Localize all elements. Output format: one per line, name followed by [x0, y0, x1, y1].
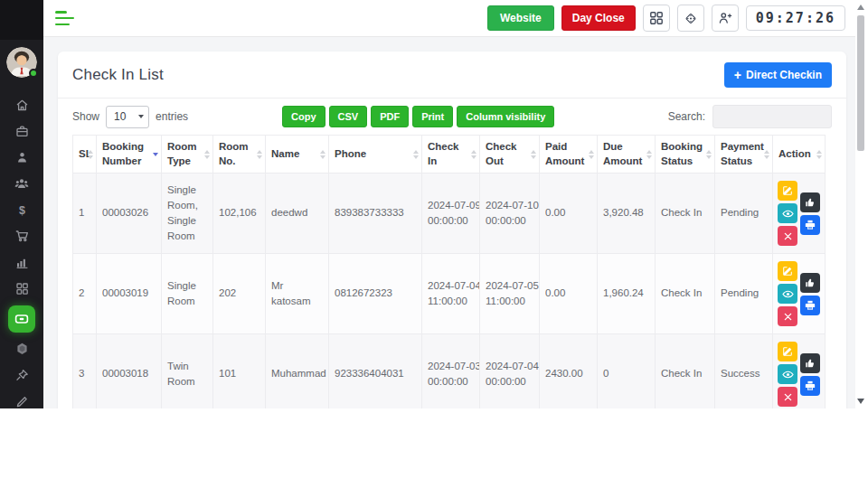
- col-header-name[interactable]: Name: [266, 136, 329, 174]
- sort-icon: [764, 150, 769, 159]
- col-header-check-out[interactable]: Check Out: [480, 136, 540, 174]
- cell-payment-status: Success: [715, 334, 773, 409]
- cell-check-out: 2024-07-1000:00:00: [480, 174, 540, 254]
- eye-icon: [782, 288, 794, 300]
- col-header-paid-amount[interactable]: Paid Amount: [540, 136, 598, 174]
- sidebar-item-user[interactable]: [0, 145, 43, 171]
- csv-button[interactable]: CSV: [329, 106, 368, 127]
- eye-icon: [782, 369, 794, 380]
- sidebar-item-reports[interactable]: [0, 249, 43, 276]
- entries-label: entries: [156, 110, 188, 123]
- checkin-table: SL Booking Number Room Type Room No. Nam…: [72, 135, 826, 408]
- print-button[interactable]: [800, 296, 820, 315]
- page-title: Check In List: [72, 66, 164, 84]
- cell-booking-status: Check In: [656, 174, 715, 254]
- cell-room-no: 102,106: [213, 174, 266, 254]
- show-label: Show: [72, 110, 99, 123]
- copy-button[interactable]: Copy: [282, 106, 326, 127]
- col-header-action[interactable]: Action: [773, 136, 826, 174]
- column-visibility-button[interactable]: Column visibility: [457, 106, 554, 127]
- day-close-button[interactable]: Day Close: [561, 5, 636, 31]
- col-header-due-amount[interactable]: Due Amount: [598, 136, 656, 174]
- cell-check-in: 2024-07-0300:00:00: [422, 334, 480, 409]
- table-row: 2 00003019 Single Room 202 Mr katosam 08…: [73, 254, 826, 334]
- cell-phone: 923336404031: [329, 334, 422, 409]
- cell-action: [773, 254, 826, 334]
- view-button[interactable]: [778, 364, 797, 384]
- scan-target-button[interactable]: [677, 5, 704, 32]
- col-header-booking-status[interactable]: Booking Status: [656, 136, 715, 174]
- sidebar-item-home[interactable]: [0, 92, 43, 118]
- vertical-scrollbar[interactable]: [856, 5, 865, 404]
- search-input[interactable]: [712, 105, 832, 128]
- sidebar-item-rooms-active[interactable]: [0, 302, 43, 336]
- sort-icon: [88, 150, 93, 159]
- view-button[interactable]: [778, 284, 797, 304]
- print-button[interactable]: [800, 376, 820, 396]
- eye-icon: [782, 208, 794, 220]
- online-status-dot: [29, 69, 38, 78]
- view-button[interactable]: [778, 203, 797, 223]
- cancel-button[interactable]: [778, 387, 797, 407]
- cell-booking-number: 00003026: [97, 174, 162, 254]
- col-header-sl[interactable]: SL: [73, 136, 97, 174]
- direct-checkin-button[interactable]: + Direct Checkin: [724, 62, 832, 88]
- approve-checkin-button[interactable]: [800, 353, 820, 373]
- sidebar-item-modules[interactable]: [0, 276, 43, 302]
- sidebar-item-briefcase[interactable]: [0, 118, 43, 145]
- cancel-button[interactable]: [778, 226, 797, 246]
- sidebar-item-brush[interactable]: [0, 389, 43, 408]
- checkin-list-card: Check In List + Direct Checkin Show 10 e…: [58, 52, 846, 408]
- cancel-button[interactable]: [778, 306, 797, 326]
- cell-name: Mr katosam: [266, 254, 329, 334]
- cell-due-amount: 0: [598, 334, 656, 409]
- cell-room-no: 202: [213, 254, 266, 334]
- sort-icon: [531, 150, 536, 159]
- avatar[interactable]: [6, 47, 37, 78]
- print-button[interactable]: [800, 215, 820, 235]
- cell-booking-status: Check In: [656, 334, 715, 409]
- printer-icon: [805, 300, 816, 311]
- scroll-up-arrow-icon[interactable]: [857, 5, 864, 10]
- cell-room-type: Single Room: [162, 254, 213, 334]
- sidebar-item-dollar[interactable]: $: [0, 197, 43, 223]
- approve-checkin-button[interactable]: [800, 192, 820, 212]
- room-icon: [14, 312, 29, 326]
- sidebar-item-cart[interactable]: [0, 223, 43, 249]
- print-export-button[interactable]: Print: [412, 106, 453, 127]
- apps-grid-icon: [649, 11, 664, 25]
- col-header-booking-number[interactable]: Booking Number: [97, 136, 162, 174]
- website-button[interactable]: Website: [487, 5, 554, 31]
- cell-sl: 1: [73, 174, 97, 254]
- edit-icon: [782, 185, 793, 196]
- apps-grid-button[interactable]: [643, 5, 670, 32]
- edit-button[interactable]: [778, 181, 797, 201]
- col-header-payment-status[interactable]: Payment Status: [715, 136, 773, 174]
- sidebar-item-pin[interactable]: [0, 362, 43, 389]
- entries-select[interactable]: 10: [106, 106, 149, 128]
- search-label: Search:: [668, 110, 705, 123]
- col-header-room-no[interactable]: Room No.: [213, 136, 266, 174]
- edit-button[interactable]: [778, 342, 797, 361]
- sort-icon: [471, 150, 476, 159]
- add-user-button[interactable]: [712, 5, 739, 32]
- home-icon: [14, 98, 30, 113]
- sort-icon: [204, 150, 210, 159]
- sidebar-item-gem[interactable]: [0, 336, 43, 362]
- col-header-room-type[interactable]: Room Type: [162, 136, 213, 174]
- sidebar-toggle-button[interactable]: [55, 11, 75, 25]
- pdf-button[interactable]: PDF: [371, 106, 409, 127]
- active-item-highlight: [8, 305, 35, 333]
- col-header-check-in[interactable]: Check In: [422, 136, 480, 174]
- close-icon: [783, 231, 793, 241]
- cell-due-amount: 3,920.48: [598, 174, 656, 254]
- scrollbar-thumb[interactable]: [857, 15, 864, 151]
- sidebar-item-users[interactable]: [0, 171, 43, 197]
- table-header-row: SL Booking Number Room Type Room No. Nam…: [73, 136, 826, 174]
- brush-icon: [14, 394, 30, 408]
- approve-checkin-button[interactable]: [800, 273, 820, 293]
- cell-room-type: Single Room, Single Room: [162, 174, 213, 254]
- scroll-down-arrow-icon[interactable]: [857, 399, 864, 404]
- col-header-phone[interactable]: Phone: [329, 136, 422, 174]
- edit-button[interactable]: [778, 261, 797, 281]
